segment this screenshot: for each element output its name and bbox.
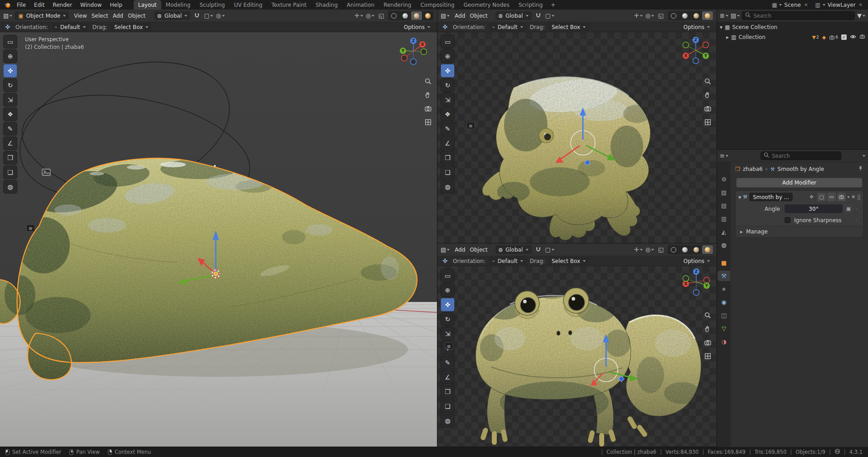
snap-target-dropdown[interactable]: ▢ (545, 245, 554, 254)
editor-type-icon[interactable]: ≡ (720, 151, 728, 160)
move-tool[interactable]: ✜ (3, 64, 17, 78)
scale-tool[interactable]: ⇲ (441, 93, 455, 107)
viewport-menu-item[interactable]: View (72, 13, 89, 19)
exclude-checkbox[interactable]: ✓ (841, 34, 847, 40)
measure-tool[interactable]: ∠ (441, 370, 455, 384)
filter-chevron-icon[interactable] (863, 155, 865, 157)
unlink-scene-icon[interactable]: ✕ (803, 2, 809, 7)
disclosure-closed-icon[interactable]: ▸ (726, 34, 729, 40)
xray-toggle-icon[interactable]: ◱ (657, 11, 665, 20)
workspace-tab[interactable]: Shading (311, 0, 342, 10)
tab-output[interactable]: ▤ (718, 200, 730, 211)
transform-orientation-dropdown[interactable]: ◍ Global (495, 11, 532, 20)
transform-tool[interactable]: ❖ (441, 107, 455, 121)
camera-view-icon[interactable] (703, 338, 712, 347)
workspace-tab[interactable]: Compositing (416, 0, 459, 10)
shading-solid-button[interactable] (679, 245, 690, 254)
snap-magnet-icon[interactable] (534, 245, 543, 254)
hide-eye-icon[interactable] (850, 34, 856, 41)
select-box-tool[interactable]: ▭ (3, 35, 17, 49)
expand-icon[interactable]: ▾ (738, 194, 741, 200)
options-dropdown[interactable]: Options (680, 257, 713, 265)
add-modifier-button[interactable]: Add Modifier (736, 178, 863, 188)
scale-tool[interactable]: ⇲ (3, 93, 17, 107)
tab-material[interactable]: ◑ (718, 336, 730, 347)
workspace-tab[interactable]: Animation (342, 0, 379, 10)
add-primitive-tool[interactable]: ❏ (3, 165, 17, 179)
workspace-tab[interactable]: Geometry Nodes (459, 0, 514, 10)
select-box-tool[interactable]: ▭ (441, 35, 455, 49)
tab-object[interactable]: ■ (718, 258, 730, 268)
workspace-tab[interactable]: UV Editing (229, 0, 267, 10)
toggle-ortho-icon[interactable] (703, 117, 712, 126)
interaction-tool[interactable]: ◍ (441, 180, 455, 194)
editor-type-icon[interactable]: ▧ (3, 11, 12, 20)
workspace-tab[interactable]: Layout (134, 0, 161, 10)
move-tool[interactable]: ✜ (441, 64, 455, 78)
shading-material-button[interactable] (691, 245, 702, 254)
topbar-menu-item[interactable]: Help (106, 0, 126, 10)
drag-dropdown[interactable]: Select Box (111, 23, 151, 31)
breadcrumb-modifier[interactable]: Smooth by Angle (777, 166, 824, 172)
overlays-dropdown[interactable]: ◎ (645, 245, 654, 254)
angle-input-toggle-button[interactable]: ▦ (844, 204, 853, 213)
shading-material-button[interactable] (411, 11, 422, 20)
workspace-tab[interactable]: Texture Paint (267, 0, 311, 10)
properties-search-input[interactable] (761, 151, 841, 160)
transform-tool[interactable]: ❖ (3, 107, 17, 121)
viewport-br-canvas[interactable]: ▭⊕✜↻⇲❖✎∠❒❏◍ Z X Y ▦ (437, 266, 717, 447)
tab-world[interactable]: ◍ (718, 240, 730, 250)
modifier-render-toggle[interactable] (837, 193, 846, 201)
tab-constraints[interactable]: ◫ (718, 310, 730, 321)
drag-grip-icon[interactable]: ⣿ (857, 194, 860, 200)
viewport-main-canvas[interactable]: User Perspective (2) Collection | zhaba6… (0, 32, 437, 447)
toggle-ortho-icon[interactable] (423, 117, 432, 126)
viewport-menu-item[interactable]: Object (126, 13, 148, 19)
rotate-tool[interactable]: ↻ (441, 78, 455, 92)
scale-tool[interactable]: ⇲ (441, 327, 455, 340)
modifier-close-icon[interactable]: ✕ (851, 194, 855, 200)
add-primitive-tool[interactable]: ❏ (441, 399, 455, 413)
annotate-tool[interactable]: ✎ (441, 122, 455, 136)
navigation-gizmo[interactable]: Z X Y (681, 36, 710, 65)
camera-view-icon[interactable] (703, 104, 712, 113)
topbar-menu-item[interactable]: Window (76, 0, 106, 10)
transform-orientation-dropdown[interactable]: ◍ Global (495, 245, 532, 254)
modifier-extras-chevron[interactable] (847, 196, 850, 198)
rotate-tool[interactable]: ↻ (3, 78, 17, 92)
shading-solid-button[interactable] (679, 11, 690, 20)
show-gizmo-dropdown[interactable]: ✛ (634, 245, 643, 254)
workspace-tab[interactable]: Rendering (379, 0, 416, 10)
topbar-menu-item[interactable]: File (13, 0, 30, 10)
display-mode-dropdown[interactable]: ▤ (731, 11, 740, 20)
ignore-sharpness-checkbox[interactable] (785, 217, 790, 223)
tab-view-layer[interactable]: ▥ (718, 214, 730, 224)
zoom-icon[interactable] (703, 77, 712, 86)
view-layer-selector[interactable]: ▥ ViewLayer ✕ (815, 2, 863, 8)
cursor-tool[interactable]: ⊕ (441, 283, 455, 297)
mode-dropdown[interactable]: ▣ Object Mode (15, 11, 69, 20)
show-gizmo-dropdown[interactable]: ✛ (354, 11, 363, 20)
animate-dot-icon[interactable]: · (853, 206, 859, 212)
overlays-dropdown[interactable]: ◎ (366, 11, 374, 20)
measure-tool[interactable]: ∠ (3, 136, 17, 150)
viewport-menu-item[interactable]: Object (468, 247, 490, 253)
outliner-row-scene-collection[interactable]: ▾ ▦ Scene Collection (717, 22, 868, 32)
shading-rendered-button[interactable] (702, 245, 713, 254)
topbar-menu-item[interactable]: Edit (30, 0, 48, 10)
topbar-menu-item[interactable]: Render (48, 0, 76, 10)
tab-tool[interactable]: ⚙ (718, 174, 730, 185)
select-box-tool[interactable]: ▭ (441, 269, 455, 282)
annotate-tool[interactable]: ✎ (3, 122, 17, 136)
viewport-menu-item[interactable]: Object (468, 13, 490, 19)
orientation-dropdown[interactable]: ⌁Default (489, 257, 526, 265)
add-cube-tool[interactable]: ❒ (3, 151, 17, 165)
options-dropdown[interactable]: Options (401, 23, 433, 31)
orientation-dropdown[interactable]: ⌁Default (489, 23, 526, 31)
xray-toggle-icon[interactable]: ◱ (377, 11, 385, 20)
snap-target-dropdown[interactable]: ▢ (545, 11, 554, 20)
shading-rendered-button[interactable] (422, 11, 433, 20)
shading-rendered-button[interactable] (702, 11, 713, 20)
modifier-editmode-toggle[interactable]: ▢ (817, 193, 826, 201)
overlays-dropdown[interactable]: ◎ (645, 11, 654, 20)
